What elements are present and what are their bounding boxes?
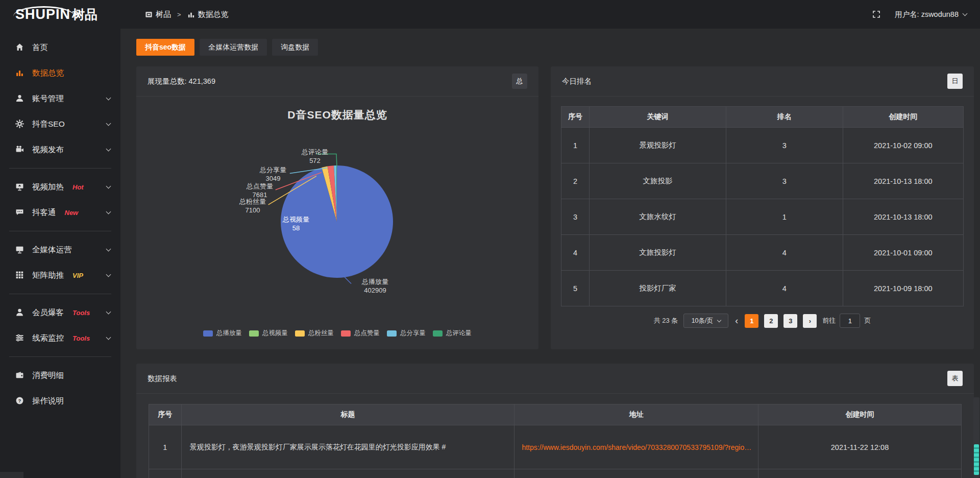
- legend-item[interactable]: 总播放量: [203, 329, 242, 338]
- column-header: 创建时间: [758, 404, 961, 425]
- sidebar-item-label: 操作说明: [32, 396, 64, 407]
- sidebar-item-member-burst[interactable]: 会员爆客Tools: [0, 300, 120, 325]
- goto-unit-label: 页: [864, 316, 871, 325]
- clapper-icon: [15, 145, 24, 154]
- sidebar-item-doukertong[interactable]: 抖客通New: [0, 200, 120, 225]
- legend-label: 总点赞量: [354, 329, 380, 338]
- sidebar-item-home[interactable]: 首页: [0, 35, 120, 60]
- sidebar-item-consumption[interactable]: 消费明细: [0, 363, 120, 388]
- ranking-card-title: 今日排名: [562, 77, 592, 86]
- table-cell: 2021-10-02 09:00: [843, 128, 963, 163]
- page-button-2[interactable]: 2: [764, 314, 778, 328]
- page-number-list: 123: [745, 314, 797, 328]
- fullscreen-icon[interactable]: [872, 10, 880, 18]
- legend-item[interactable]: 总点赞量: [341, 329, 380, 338]
- page-button-1[interactable]: 1: [745, 314, 758, 328]
- legend-swatch: [433, 330, 443, 337]
- table-row: 5投影灯厂家42021-10-09 18:00: [561, 271, 964, 306]
- table-cell: 1: [726, 199, 843, 235]
- sidebar-item-media-operation[interactable]: 全媒体运营: [0, 237, 120, 262]
- scrollbar-thumb[interactable]: [974, 444, 979, 475]
- table-cell: https://www.iesdouyin.com/share/video/70…: [514, 425, 758, 469]
- chevron-down-icon: [106, 272, 111, 277]
- table-cell: 3: [561, 199, 590, 235]
- sidebar-item-clue-monitor[interactable]: 线索监控Tools: [0, 325, 120, 351]
- sidebar-item-video-heat[interactable]: 视频加热Hot: [0, 174, 120, 200]
- table-mode-button[interactable]: 表: [947, 371, 963, 386]
- logo[interactable]: SHUPIN 树品: [0, 6, 120, 23]
- legend-item[interactable]: 总评论量: [433, 329, 472, 338]
- grid-icon: [15, 271, 24, 280]
- legend-item[interactable]: 总视频量: [249, 329, 288, 338]
- bar-chart-icon: [187, 11, 195, 18]
- video-link[interactable]: https://www.iesdouyin.com/share/video/70…: [522, 443, 751, 451]
- sidebar-item-douyin-seo[interactable]: 抖音SEO: [0, 111, 120, 137]
- breadcrumb-item-shupin[interactable]: 树品: [145, 10, 171, 19]
- column-header: 序号: [561, 107, 590, 128]
- ranking-table-area: 序号关键词排名创建时间 1景观投影灯32021-10-02 09:002文旅投影…: [551, 97, 974, 349]
- sidebar: 首页数据总览账号管理抖音SEO视频发布视频加热Hot抖客通New全媒体运营矩阵助…: [0, 29, 120, 478]
- sidebar-item-account[interactable]: 账号管理: [0, 86, 120, 111]
- sidebar-item-label: 消费明细: [32, 370, 64, 381]
- table-cell: [514, 469, 758, 478]
- ranking-card-header: 今日排名 日: [551, 66, 974, 97]
- legend-item[interactable]: 总分享量: [387, 329, 426, 338]
- sidebar-item-video-publish[interactable]: 视频发布: [0, 137, 120, 162]
- sidebar-item-label: 会员爆客: [32, 307, 64, 318]
- chevron-down-icon: [106, 95, 111, 100]
- topbar-right: 用户名: zswodun88: [872, 10, 980, 19]
- goto-page-input[interactable]: [840, 314, 860, 328]
- table-cell: 4: [561, 235, 590, 271]
- home-icon: [15, 43, 24, 52]
- legend-swatch: [387, 330, 397, 337]
- app-root: SHUPIN 树品 树品 > 数据总览 用户名: zsw: [0, 0, 980, 478]
- next-page-button[interactable]: ›: [803, 314, 817, 328]
- user-menu[interactable]: 用户名: zswodun88: [895, 10, 967, 19]
- sidebar-item-data-overview[interactable]: 数据总览: [0, 60, 120, 86]
- main-content: 抖音seo数据全媒体运营数据询盘数据 展现量总数: 421,369 总 D音SE…: [120, 29, 980, 478]
- wallet-icon: [15, 371, 24, 380]
- legend-swatch: [203, 330, 213, 337]
- table-cell: 2021-10-13 18:00: [843, 163, 963, 199]
- sidebar-item-label: 抖音SEO: [32, 119, 65, 130]
- chevron-down-icon: [106, 246, 111, 251]
- member-icon: [15, 308, 24, 317]
- sidebar-item-label: 全媒体运营: [32, 245, 72, 255]
- prev-page-button[interactable]: ‹: [734, 316, 739, 326]
- gear-icon: [15, 119, 24, 129]
- pie-label-shares: 总分享量3049: [248, 165, 299, 183]
- table-cell: 2021-10-09 18:00: [843, 271, 963, 306]
- sidebar-item-matrix-boost[interactable]: 矩阵助推VIP: [0, 262, 120, 288]
- legend-swatch: [295, 330, 305, 337]
- table-cell: [758, 469, 961, 478]
- column-header: 排名: [726, 107, 843, 128]
- chevron-down-icon: [106, 209, 111, 214]
- window-icon: [145, 11, 153, 18]
- tab-media-operation-data[interactable]: 全媒体运营数据: [200, 39, 267, 56]
- sidebar-collapse-handle[interactable]: [0, 472, 23, 478]
- chevron-down-icon: [106, 121, 111, 126]
- day-mode-button[interactable]: 日: [947, 74, 963, 89]
- page-size-select[interactable]: 10条/页: [683, 314, 728, 328]
- ranking-table: 序号关键词排名创建时间 1景观投影灯32021-10-02 09:002文旅投影…: [561, 106, 964, 306]
- page-button-3[interactable]: 3: [783, 314, 797, 328]
- chevron-down-icon: [963, 11, 968, 16]
- table-row: 1景观投影灯，夜游景观投影灯厂家展示展示落花灯在花园里的灯光投影应用效果 #ht…: [149, 425, 962, 469]
- tab-inquiry-data[interactable]: 询盘数据: [272, 39, 318, 56]
- chevron-down-icon: [106, 334, 111, 340]
- legend-label: 总视频量: [262, 329, 288, 338]
- pie-legend: 总播放量总视频量总粉丝量总点赞量总分享量总评论量: [136, 329, 538, 338]
- topbar: SHUPIN 树品 树品 > 数据总览 用户名: zsw: [0, 0, 980, 29]
- pie-label-fans: 总粉丝量7100: [227, 197, 278, 214]
- logo-text-cn: 树品: [72, 6, 97, 23]
- svg-text:?: ?: [18, 398, 21, 403]
- table-cell: 景观投影灯: [590, 128, 726, 163]
- total-mode-button[interactable]: 总: [512, 74, 527, 89]
- tab-douyin-seo-data[interactable]: 抖音seo数据: [136, 39, 194, 56]
- monitor-icon: [15, 245, 24, 254]
- sidebar-item-instructions[interactable]: ?操作说明: [0, 388, 120, 414]
- breadcrumb-item-data-overview[interactable]: 数据总览: [187, 10, 229, 19]
- sidebar-divider: [9, 356, 111, 357]
- legend-item[interactable]: 总粉丝量: [295, 329, 334, 338]
- column-header: 创建时间: [843, 107, 963, 128]
